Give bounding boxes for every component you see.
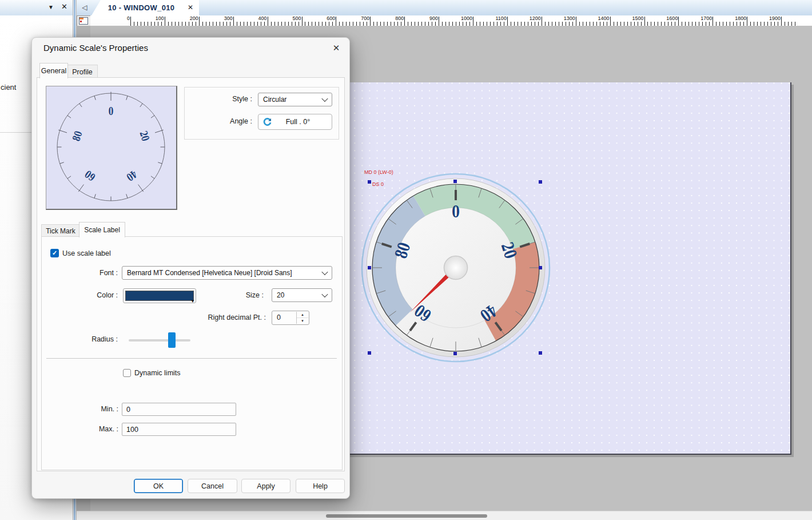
dynamic-limits-checkbox[interactable] xyxy=(123,369,131,377)
rotate-angle-icon xyxy=(262,117,272,127)
color-swatch xyxy=(125,291,194,301)
help-button[interactable]: Help xyxy=(296,479,345,493)
selection-handle[interactable] xyxy=(453,352,457,355)
size-combobox[interactable]: 20 xyxy=(272,288,332,302)
chevron-down-icon xyxy=(321,269,328,275)
max-label: Max. : xyxy=(87,425,118,433)
font-label: Font : xyxy=(76,269,118,277)
slider-track[interactable] xyxy=(129,339,190,342)
slider-handle[interactable] xyxy=(168,332,176,348)
selection-handle[interactable] xyxy=(539,351,542,355)
angle-value: Full . 0° xyxy=(272,118,332,126)
min-label: Min. : xyxy=(87,405,118,413)
svg-text:60: 60 xyxy=(83,168,98,183)
max-input[interactable] xyxy=(122,423,236,436)
angle-button[interactable]: Full . 0° xyxy=(258,114,332,130)
font-value: Bernard MT Condensed [Helvetica Neue] [D… xyxy=(127,269,292,277)
tab-close-icon[interactable]: ✕ xyxy=(188,3,193,11)
style-group: Style : Circular Angle : Full . 0° xyxy=(184,87,339,140)
selection-handle[interactable] xyxy=(368,266,371,269)
horizontal-scrollbar-thumb[interactable] xyxy=(326,514,487,518)
ok-button[interactable]: OK xyxy=(134,479,183,493)
section-divider xyxy=(46,358,337,359)
style-value: Circular xyxy=(263,96,286,104)
selection-handle[interactable] xyxy=(453,180,457,183)
size-value: 20 xyxy=(277,291,284,299)
gauge-widget[interactable]: 020406080 xyxy=(357,169,554,366)
right-decimal-spinbox[interactable]: 0 ▲ ▼ xyxy=(272,311,309,325)
scale-label-pane: ✓ Use scale label Font : Bernard MT Cond… xyxy=(41,236,343,470)
panel-close-icon[interactable]: ✕ xyxy=(61,2,67,11)
tab-title: 10 - WINDOW_010 xyxy=(108,3,182,12)
bottom-scrollbar-strip xyxy=(77,511,812,520)
document-tab-bar: ◁ 10 - WINDOW_010 ✕ xyxy=(77,0,812,16)
subtab-tick-mark[interactable]: Tick Mark xyxy=(41,224,80,237)
tab-window-010[interactable]: 10 - WINDOW_010 ✕ xyxy=(91,0,199,15)
tab-profile[interactable]: Profile xyxy=(67,65,98,78)
dialog-title: Dynamic Scale's Properties xyxy=(43,43,148,53)
general-tab-pane: 020406080 Style : Circular Angle : Full … xyxy=(37,77,345,471)
right-decimal-label: Right decimal Pt. : xyxy=(156,313,266,321)
dynamic-scale-properties-dialog: Dynamic Scale's Properties ✕ General Pro… xyxy=(31,37,350,499)
cancel-button[interactable]: Cancel xyxy=(188,479,237,493)
size-label: Size : xyxy=(225,291,264,299)
right-decimal-value: 0 xyxy=(277,313,281,321)
selection-handle[interactable] xyxy=(539,180,542,184)
application-window: ▼ ✕ cient ◁ 10 - WINDOW_010 ✕ 0100200300… xyxy=(0,0,812,520)
use-scale-label-text: Use scale label xyxy=(62,249,111,257)
selection-handle[interactable] xyxy=(368,351,371,355)
color-label: Color : xyxy=(76,291,118,299)
svg-text:0: 0 xyxy=(109,106,114,118)
style-combobox[interactable]: Circular xyxy=(258,93,332,106)
spinner-down-icon[interactable]: ▼ xyxy=(297,318,308,324)
selection-handle[interactable] xyxy=(368,180,371,184)
min-input[interactable] xyxy=(122,403,236,416)
dynamic-limits-text: Dynamic limits xyxy=(134,369,181,377)
style-label: Style : xyxy=(185,95,252,103)
font-combobox[interactable]: Bernard MT Condensed [Helvetica Neue] [D… xyxy=(122,266,332,280)
ruler-origin-icon xyxy=(79,17,88,25)
svg-text:80: 80 xyxy=(70,130,85,143)
left-panel-header: ▼ ✕ xyxy=(0,0,73,16)
chevron-down-icon xyxy=(321,291,328,297)
dialog-close-icon[interactable]: ✕ xyxy=(328,42,344,54)
color-dropdown-icon: ▼ xyxy=(190,299,195,304)
svg-text:40: 40 xyxy=(124,168,139,183)
svg-text:20: 20 xyxy=(137,130,152,143)
ruler-origin-box xyxy=(77,15,91,26)
horizontal-ruler: 0100200300400500600700800900100011001200… xyxy=(90,15,812,26)
subtab-scale-label[interactable]: Scale Label xyxy=(79,222,125,237)
selection-handle[interactable] xyxy=(539,266,542,269)
tab-general[interactable]: General xyxy=(39,63,68,78)
use-scale-label-checkbox[interactable]: ✓ xyxy=(50,249,59,257)
spinner-up-icon[interactable]: ▲ xyxy=(297,312,308,318)
angle-label: Angle : xyxy=(185,117,252,125)
tab-scroll-left-icon[interactable]: ◁ xyxy=(80,3,89,12)
radius-slider[interactable] xyxy=(129,334,190,347)
svg-text:0: 0 xyxy=(452,202,460,221)
left-panel-partial-text: cient xyxy=(1,83,16,92)
apply-button[interactable]: Apply xyxy=(241,479,290,493)
radius-label: Radius : xyxy=(76,335,118,343)
color-picker-button[interactable]: ▼ xyxy=(123,288,196,303)
scale-preview: 020406080 xyxy=(46,86,177,210)
chevron-down-icon xyxy=(321,96,328,102)
panel-collapse-icon[interactable]: ▼ xyxy=(48,4,54,10)
